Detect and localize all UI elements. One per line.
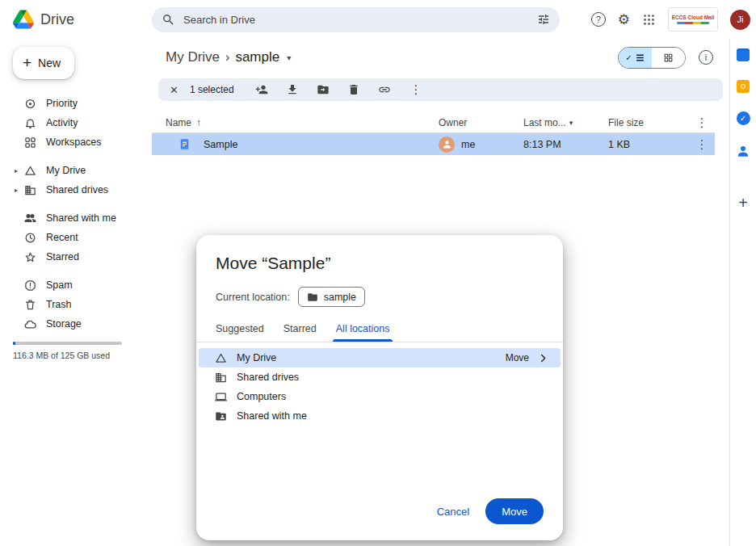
table-header: Name ↑ Owner Last mo... ▾ File size ⋮	[152, 112, 715, 133]
location-label: Shared drives	[237, 372, 299, 383]
location-row-my-drive[interactable]: My Drive Move	[199, 348, 561, 368]
search-options-icon[interactable]	[537, 13, 550, 26]
help-icon[interactable]: ?	[591, 12, 606, 27]
my-drive-icon	[215, 352, 227, 364]
sidebar-item-shared-with-me[interactable]: Shared with me	[0, 208, 152, 228]
get-link-button[interactable]	[378, 83, 391, 96]
breadcrumb-root[interactable]: My Drive	[166, 49, 220, 65]
sidebar-item-trash[interactable]: Trash	[0, 295, 152, 314]
tasks-icon[interactable]: ✓	[737, 111, 750, 125]
current-location-chip[interactable]: sample	[298, 287, 365, 307]
get-addons-plus-icon[interactable]: +	[738, 195, 748, 211]
delete-button[interactable]	[347, 83, 360, 96]
keep-bulb-dot	[741, 84, 746, 89]
settings-gear-icon[interactable]: ⚙	[618, 13, 630, 27]
sort-arrow-icon: ↑	[196, 117, 201, 128]
download-button[interactable]	[286, 83, 299, 96]
left-sidebar: + New Priority Activity Workspaces ▸ My …	[0, 39, 152, 546]
keep-icon[interactable]	[737, 80, 750, 93]
move-here-label[interactable]: Move	[506, 352, 529, 363]
computer-icon	[215, 391, 227, 403]
nav-divider-space	[0, 267, 152, 275]
search-bar[interactable]	[152, 7, 560, 32]
selection-count: 1 selected	[190, 84, 234, 95]
move-to-button[interactable]	[317, 83, 330, 96]
sidebar-item-label: Activity	[46, 117, 78, 128]
column-header-owner[interactable]: Owner	[439, 117, 523, 128]
chevron-right-icon[interactable]	[537, 352, 549, 364]
nav-divider-space	[0, 200, 152, 208]
more-actions-button[interactable]: ⋮	[409, 82, 424, 97]
account-avatar[interactable]: Ji	[730, 10, 750, 30]
check-icon: ✓	[625, 53, 632, 62]
current-location-label: Current location:	[216, 292, 290, 303]
file-owner-cell: me	[439, 136, 523, 153]
download-icon	[286, 83, 299, 96]
row-more-button[interactable]: ⋮	[689, 137, 715, 152]
expand-caret-icon[interactable]: ▸	[15, 187, 18, 194]
expand-caret-icon[interactable]: ▸	[15, 167, 18, 174]
folder-menu-caret-icon[interactable]: ▾	[287, 53, 291, 62]
modified-header-label: Last mo...	[523, 117, 566, 128]
clear-selection-button[interactable]: ✕	[170, 84, 178, 96]
person-icon	[442, 139, 452, 149]
file-row[interactable]: Sample me 8:13 PM 1 KB ⋮	[152, 133, 715, 155]
owner-header-label: Owner	[439, 117, 467, 128]
sidebar-item-spam[interactable]: Spam	[0, 275, 152, 295]
column-header-size[interactable]: File size	[608, 117, 689, 128]
move-button[interactable]: Move	[485, 498, 544, 524]
cancel-button[interactable]: Cancel	[427, 499, 479, 524]
sidebar-item-label: Shared with me	[46, 212, 116, 224]
sidebar-item-storage[interactable]: Storage	[0, 314, 152, 334]
location-row-shared-with-me[interactable]: Shared with me	[199, 406, 561, 426]
sidebar-item-workspaces[interactable]: Workspaces	[0, 132, 152, 152]
sidebar-item-label: Trash	[46, 299, 72, 310]
tab-all-locations[interactable]: All locations	[326, 317, 400, 342]
calendar-icon[interactable]	[737, 48, 750, 61]
column-header-modified[interactable]: Last mo... ▾	[523, 117, 608, 128]
file-table: Name ↑ Owner Last mo... ▾ File size ⋮ Sa…	[152, 112, 715, 155]
grid-view-icon	[663, 52, 674, 63]
sidebar-item-label: Recent	[46, 232, 78, 243]
sidebar-item-activity[interactable]: Activity	[0, 113, 152, 132]
sidebar-item-starred[interactable]: Starred	[0, 247, 152, 267]
file-modified: 8:13 PM	[523, 139, 561, 150]
sidebar-item-recent[interactable]: Recent	[0, 228, 152, 247]
topbar-actions: ? ⚙ ECCS Cloud Mail Ji	[591, 7, 756, 32]
drive-logo-icon	[13, 10, 34, 29]
location-label: Computers	[237, 391, 286, 402]
tasks-check-glyph: ✓	[740, 114, 746, 123]
contacts-icon[interactable]	[736, 144, 750, 158]
details-info-icon[interactable]: i	[699, 50, 713, 65]
dialog-footer: Cancel Move	[196, 498, 563, 540]
sidebar-item-my-drive[interactable]: ▸ My Drive	[0, 161, 152, 180]
new-button[interactable]: + New	[13, 47, 74, 79]
plus-icon: +	[23, 54, 32, 72]
search-input[interactable]	[183, 14, 529, 26]
new-button-label: New	[38, 57, 61, 69]
grid-view-button[interactable]	[652, 48, 685, 68]
folder-move-icon	[317, 83, 330, 96]
file-size-cell: 1 KB	[608, 139, 689, 150]
file-size: 1 KB	[608, 139, 630, 150]
sidebar-item-label: Starred	[46, 251, 79, 262]
sidebar-item-shared-drives[interactable]: ▸ Shared drives	[0, 180, 152, 200]
tab-suggested[interactable]: Suggested	[206, 317, 274, 342]
sidebar-item-label: Shared drives	[46, 184, 108, 195]
breadcrumb-current[interactable]: sample	[235, 49, 279, 65]
name-header-label: Name	[166, 117, 191, 128]
location-row-computers[interactable]: Computers	[199, 387, 561, 406]
drive-logo[interactable]: Drive	[0, 10, 152, 29]
location-label: Shared with me	[237, 410, 307, 422]
header-more-icon[interactable]: ⋮	[689, 116, 715, 130]
current-location-row: Current location: sample	[196, 273, 563, 307]
column-header-name[interactable]: Name ↑	[166, 117, 439, 128]
share-button[interactable]	[255, 83, 268, 96]
list-view-button[interactable]: ✓	[619, 48, 652, 68]
tab-starred[interactable]: Starred	[274, 317, 326, 342]
sidebar-item-priority[interactable]: Priority	[0, 94, 152, 113]
location-row-shared-drives[interactable]: Shared drives	[199, 368, 561, 387]
apps-grid-icon[interactable]	[642, 13, 656, 27]
workspaces-icon	[24, 136, 36, 149]
storage-progress-fill	[13, 342, 15, 345]
